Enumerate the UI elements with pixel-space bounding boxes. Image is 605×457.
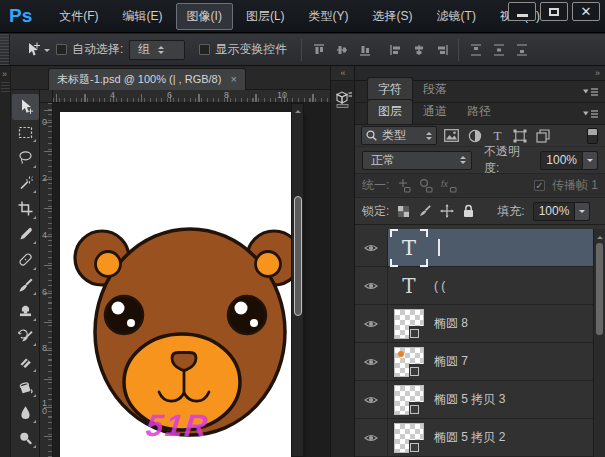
unify-position-icon[interactable] (396, 178, 411, 193)
clone-stamp-tool[interactable] (12, 298, 39, 324)
close-button[interactable]: ✕ (572, 2, 600, 21)
lock-all-icon[interactable] (462, 204, 475, 218)
eye-icon[interactable] (364, 243, 378, 253)
scrollbar-thumb[interactable] (294, 196, 302, 316)
filter-on-off-toggle[interactable] (587, 128, 598, 144)
tab-paths[interactable]: 路径 (457, 100, 501, 124)
scroll-up-icon[interactable] (295, 107, 301, 113)
eye-icon[interactable] (364, 433, 378, 443)
lock-transparency-icon[interactable] (397, 205, 410, 218)
show-transform-checkbox[interactable] (199, 44, 210, 55)
scrollbar-thumb[interactable] (596, 243, 603, 335)
align-vertical-centers-button[interactable] (333, 42, 350, 58)
crop-tool[interactable] (12, 196, 39, 222)
tab-paragraph[interactable]: 段落 (413, 78, 457, 102)
layer-row-content[interactable]: T ( ( (388, 267, 605, 304)
maximize-button[interactable] (540, 2, 568, 21)
scroll-up-icon[interactable] (597, 233, 603, 239)
opacity-dropdown-icon[interactable] (582, 152, 597, 169)
opacity-field[interactable]: 100% (540, 151, 598, 170)
filter-adjustment-layers-icon[interactable] (468, 129, 482, 143)
layers-scrollbar[interactable] (593, 229, 605, 457)
align-horizontal-centers-button[interactable] (410, 42, 427, 58)
shape-layer-thumbnail[interactable] (394, 423, 424, 453)
layer-name[interactable]: 椭圆 7 (434, 353, 468, 370)
shape-layer-thumbnail[interactable] (394, 385, 424, 415)
dodge-tool[interactable] (12, 426, 39, 452)
visibility-cell[interactable] (355, 305, 388, 342)
eye-icon[interactable] (364, 319, 378, 329)
blend-mode-dropdown[interactable]: 正常 (362, 151, 472, 170)
propagate-checkbox[interactable]: ✓ (534, 180, 545, 191)
canvas-vertical-scrollbar[interactable] (291, 103, 304, 457)
canvas-page[interactable]: 51R (60, 112, 302, 457)
distribute-top-edges-button[interactable] (467, 42, 484, 58)
layer-name[interactable]: 椭圆 5 拷贝 2 (434, 429, 505, 446)
tab-close-icon[interactable]: × (230, 74, 236, 85)
minimize-button[interactable] (508, 2, 536, 21)
menu-edit[interactable]: 编辑(E) (112, 3, 174, 30)
layer-row-shape[interactable]: 椭圆 7 (355, 343, 605, 381)
layer-row-content[interactable]: 椭圆 5 拷贝 3 (388, 381, 605, 418)
3d-panel-button[interactable] (331, 89, 354, 109)
menu-select[interactable]: 选择(S) (362, 3, 424, 30)
tab-layers[interactable]: 图层 (367, 99, 413, 124)
tab-channels[interactable]: 通道 (413, 100, 457, 124)
shape-layer-thumbnail[interactable] (394, 347, 424, 377)
layer-row-text-editing[interactable]: T (355, 229, 605, 267)
visibility-cell[interactable] (355, 343, 388, 380)
align-right-edges-button[interactable] (433, 42, 450, 58)
shape-layer-thumbnail[interactable] (394, 309, 424, 339)
menu-filter[interactable]: 滤镜(T) (426, 3, 487, 30)
fill-field[interactable]: 100% (533, 202, 591, 221)
brush-tool[interactable] (12, 273, 39, 299)
visibility-cell[interactable] (355, 229, 388, 266)
move-tool[interactable] (12, 94, 39, 120)
document-tab[interactable]: 未标题-1.psd @ 100% (| , RGB/8) × (48, 68, 246, 90)
align-bottom-edges-button[interactable] (356, 42, 373, 58)
filter-pixel-layers-icon[interactable] (444, 129, 459, 142)
eye-icon[interactable] (364, 395, 378, 405)
eraser-tool[interactable] (12, 349, 39, 375)
visibility-cell[interactable] (355, 267, 388, 304)
move-tool-preset[interactable] (18, 39, 56, 60)
visibility-cell[interactable] (355, 419, 388, 456)
layer-row-shape[interactable]: 椭圆 8 (355, 305, 605, 343)
unify-scale-icon[interactable] (418, 178, 433, 193)
history-brush-tool[interactable] (12, 324, 39, 350)
paint-bucket-tool[interactable] (12, 375, 39, 401)
text-layer-thumbnail[interactable]: T (394, 233, 424, 263)
fill-dropdown-icon[interactable] (574, 203, 589, 220)
layer-row-shape[interactable]: 椭圆 5 拷贝 3 (355, 381, 605, 419)
layer-row-content[interactable]: 椭圆 8 (388, 305, 605, 342)
visibility-cell[interactable] (355, 381, 388, 418)
eye-icon[interactable] (364, 281, 378, 291)
menu-file[interactable]: 文件(F) (48, 3, 109, 30)
layer-name[interactable]: ( ( (434, 279, 445, 293)
layer-name[interactable]: 椭圆 8 (434, 315, 468, 332)
layer-row-content[interactable]: 椭圆 7 (388, 343, 605, 380)
rectangular-marquee-tool[interactable] (12, 120, 39, 146)
collapse-panels-icon[interactable]: » (595, 68, 599, 78)
tools-drag-handle[interactable] (1, 82, 10, 93)
eyedropper-tool[interactable] (12, 222, 39, 248)
distribute-bottom-edges-button[interactable] (513, 42, 530, 58)
menu-image[interactable]: 图像(I) (176, 3, 233, 30)
magic-wand-tool[interactable] (12, 171, 39, 197)
auto-select-dropdown[interactable]: 组 (129, 40, 185, 60)
layer-row-content[interactable]: 椭圆 5 拷贝 2 (388, 419, 605, 456)
distribute-vertical-centers-button[interactable] (490, 42, 507, 58)
lasso-tool[interactable] (12, 145, 39, 171)
filter-smart-objects-icon[interactable] (536, 129, 550, 143)
lock-position-icon[interactable] (440, 204, 454, 218)
layer-row-text[interactable]: T ( ( (355, 267, 605, 305)
canvas-viewport[interactable]: 51R (53, 103, 330, 457)
unify-effects-icon[interactable]: fx (440, 178, 457, 193)
auto-select-checkbox[interactable] (56, 44, 67, 55)
menu-layer[interactable]: 图层(L) (235, 3, 296, 30)
eye-icon[interactable] (364, 357, 378, 367)
text-layer-thumbnail[interactable]: T (394, 274, 424, 298)
lock-pixels-icon[interactable] (418, 204, 432, 218)
collapse-tools-icon[interactable]: » (2, 69, 6, 79)
menu-type[interactable]: 类型(Y) (298, 3, 360, 30)
